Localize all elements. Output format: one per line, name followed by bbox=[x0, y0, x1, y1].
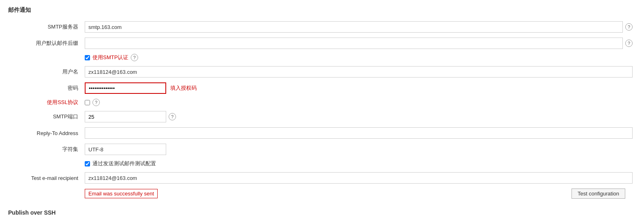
test-action-row: Email was successfully sent Test configu… bbox=[8, 186, 636, 201]
use-ssl-help-icon[interactable]: ? bbox=[92, 99, 100, 106]
password-hint: 填入授权码 bbox=[170, 84, 197, 92]
email-form-table: SMTP服务器 ? 用户默认邮件后缀 ? bbox=[8, 19, 636, 201]
test-action-empty-label bbox=[8, 186, 81, 201]
username-label: 用户名 bbox=[8, 64, 81, 80]
default-suffix-help-icon[interactable]: ? bbox=[625, 40, 633, 47]
test-checkbox-label: 通过发送测试邮件测试配置 bbox=[92, 160, 156, 167]
password-field-wrap: 填入授权码 bbox=[85, 82, 633, 94]
smtp-server-input[interactable] bbox=[85, 21, 623, 33]
username-input-cell bbox=[81, 64, 636, 80]
use-ssl-checkbox[interactable] bbox=[85, 100, 90, 105]
test-recipient-label: Test e-mail recipient bbox=[8, 170, 81, 186]
password-label: 密码 bbox=[8, 80, 81, 96]
publish-over-ssh-title: Publish over SSH bbox=[8, 209, 636, 216]
use-smtp-empty-label bbox=[8, 51, 81, 64]
smtp-port-label: SMTP端口 bbox=[8, 109, 81, 125]
use-smtp-checkbox-wrap: 使用SMTP认证 ? bbox=[85, 54, 633, 61]
default-suffix-field-wrap: ? bbox=[85, 38, 633, 49]
use-smtp-label: 使用SMTP认证 bbox=[92, 54, 128, 61]
test-recipient-input-cell bbox=[81, 170, 636, 186]
test-recipient-input[interactable] bbox=[85, 172, 633, 184]
smtp-port-input-cell: 25 ? bbox=[81, 109, 636, 125]
page-container: 邮件通知 SMTP服务器 ? 用户默认邮件后缀 ? bbox=[0, 0, 644, 222]
reply-to-input[interactable] bbox=[85, 127, 633, 139]
test-checkbox-empty-label bbox=[8, 157, 81, 170]
default-suffix-label: 用户默认邮件后缀 bbox=[8, 35, 81, 51]
smtp-server-help-icon[interactable]: ? bbox=[625, 23, 633, 31]
test-checkbox-cell: 通过发送测试邮件测试配置 bbox=[81, 157, 636, 170]
charset-label: 字符集 bbox=[8, 141, 81, 157]
smtp-server-label: SMTP服务器 bbox=[8, 19, 81, 35]
use-ssl-label: 使用SSL协议 bbox=[8, 96, 81, 109]
password-row: 密码 填入授权码 bbox=[8, 80, 636, 96]
smtp-server-row: SMTP服务器 ? bbox=[8, 19, 636, 35]
smtp-port-row: SMTP端口 25 ? bbox=[8, 109, 636, 125]
charset-input-cell bbox=[81, 141, 636, 157]
test-action-cell: Email was successfully sent Test configu… bbox=[81, 186, 636, 201]
use-smtp-checkbox-cell: 使用SMTP认证 ? bbox=[81, 51, 636, 64]
password-input[interactable] bbox=[85, 82, 166, 94]
reply-to-label: Reply-To Address bbox=[8, 125, 81, 141]
charset-input[interactable] bbox=[85, 144, 166, 155]
reply-to-row: Reply-To Address bbox=[8, 125, 636, 141]
password-input-cell: 填入授权码 bbox=[81, 80, 636, 96]
use-ssl-input-cell: ? bbox=[81, 96, 636, 109]
reply-to-input-cell bbox=[81, 125, 636, 141]
use-smtp-row: 使用SMTP认证 ? bbox=[8, 51, 636, 64]
use-ssl-row: 使用SSL协议 ? bbox=[8, 96, 636, 109]
test-email-checkbox[interactable] bbox=[85, 161, 90, 166]
password-input-wrap bbox=[85, 82, 166, 94]
use-smtp-help-icon[interactable]: ? bbox=[131, 54, 138, 61]
section-email-title: 邮件通知 bbox=[8, 7, 636, 14]
smtp-port-help-icon[interactable]: ? bbox=[169, 113, 176, 120]
use-smtp-checkbox[interactable] bbox=[85, 55, 90, 60]
default-suffix-row: 用户默认邮件后缀 ? bbox=[8, 35, 636, 51]
username-row: 用户名 bbox=[8, 64, 636, 80]
success-message: Email was successfully sent bbox=[85, 189, 158, 198]
test-checkbox-row: 通过发送测试邮件测试配置 bbox=[8, 157, 636, 170]
default-suffix-input[interactable] bbox=[85, 38, 623, 49]
smtp-port-input[interactable] bbox=[85, 111, 166, 122]
test-recipient-row: Test e-mail recipient bbox=[8, 170, 636, 186]
test-configuration-button[interactable]: Test configuration bbox=[571, 189, 625, 199]
smtp-server-field-wrap: ? bbox=[85, 21, 633, 33]
use-ssl-field-wrap: ? bbox=[85, 99, 633, 106]
smtp-server-input-cell: ? bbox=[81, 19, 636, 35]
smtp-port-field-wrap: 25 ? bbox=[85, 111, 633, 122]
test-checkbox-wrap: 通过发送测试邮件测试配置 bbox=[85, 160, 633, 167]
username-input[interactable] bbox=[85, 66, 633, 78]
charset-row: 字符集 bbox=[8, 141, 636, 157]
default-suffix-input-cell: ? bbox=[81, 35, 636, 51]
